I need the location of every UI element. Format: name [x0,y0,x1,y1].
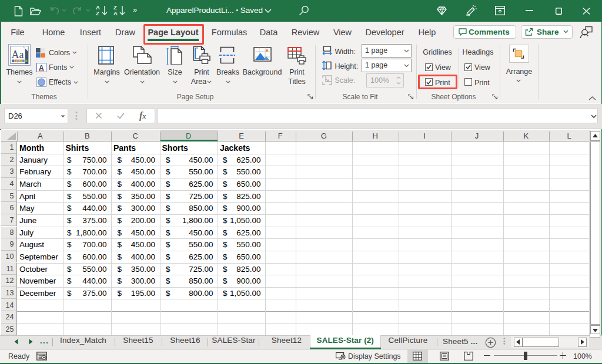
svg-text:Aa: Aa [12,49,24,60]
